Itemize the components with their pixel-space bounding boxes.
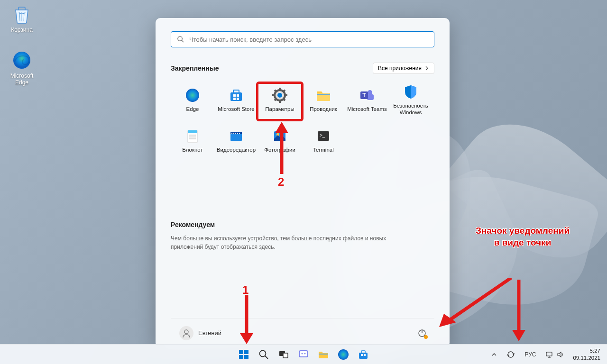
tray-chevron-button[interactable] <box>487 350 501 359</box>
app-windows-security[interactable]: Безопасность Windows <box>389 82 432 118</box>
svg-rect-29 <box>188 130 197 133</box>
svg-rect-56 <box>244 350 248 354</box>
app-notepad[interactable]: Блокнот <box>171 122 214 159</box>
app-edge[interactable]: Edge <box>171 82 214 118</box>
app-label: Проводник <box>310 106 337 113</box>
taskbar-store-button[interactable] <box>355 346 372 363</box>
taskbar-edge-button[interactable] <box>335 346 352 363</box>
svg-rect-37 <box>235 133 236 134</box>
app-label: Фотографии <box>264 147 295 154</box>
app-microsoft-store[interactable]: Microsoft Store <box>214 82 258 118</box>
svg-text:T: T <box>362 92 366 99</box>
folder-icon <box>318 349 329 360</box>
system-tray-button[interactable] <box>542 349 568 360</box>
recommend-text: Чем больше вы используете устройство, те… <box>171 234 417 251</box>
store-icon <box>358 349 369 360</box>
svg-line-16 <box>275 90 276 92</box>
pinned-section-title: Закрепленные <box>171 64 219 72</box>
svg-point-44 <box>184 330 188 334</box>
desktop-icon-edge[interactable]: Microsoft Edge <box>5 50 39 86</box>
svg-line-2 <box>182 40 184 42</box>
app-label: Microsoft Store <box>218 106 254 113</box>
app-label: Terminal <box>313 147 333 154</box>
app-settings[interactable]: Параметры <box>258 82 302 118</box>
svg-point-59 <box>260 350 266 356</box>
svg-point-3 <box>186 89 199 102</box>
svg-rect-72 <box>546 352 552 356</box>
app-video-editor[interactable]: Видеоредактор <box>214 122 258 159</box>
app-terminal[interactable]: >_ Terminal <box>302 122 345 159</box>
app-teams[interactable]: T Microsoft Teams <box>345 82 389 118</box>
svg-rect-63 <box>299 351 308 357</box>
app-label: Edge <box>186 106 199 113</box>
shield-icon <box>403 84 419 100</box>
svg-rect-68 <box>359 353 368 359</box>
svg-rect-23 <box>317 94 330 95</box>
folder-icon <box>315 87 331 103</box>
desktop-icon-label: Корзина <box>5 27 39 33</box>
app-label: Блокнот <box>182 147 202 154</box>
svg-rect-58 <box>244 355 248 359</box>
app-label: Параметры <box>265 106 294 113</box>
svg-rect-55 <box>239 350 243 354</box>
user-avatar-icon <box>179 326 193 340</box>
svg-rect-25 <box>367 94 374 100</box>
svg-rect-38 <box>237 133 238 134</box>
svg-point-64 <box>302 353 303 354</box>
search-input[interactable] <box>189 36 428 43</box>
svg-rect-35 <box>231 133 232 134</box>
svg-rect-71 <box>364 354 366 356</box>
photos-icon <box>272 128 288 144</box>
store-icon <box>228 87 244 103</box>
svg-marker-54 <box>512 330 525 341</box>
all-apps-button[interactable]: Все приложения <box>373 63 434 74</box>
taskbar-time: 5:27 <box>573 347 600 354</box>
user-name: Евгений <box>198 329 221 337</box>
app-label: Безопасность Windows <box>389 103 432 116</box>
svg-rect-70 <box>361 354 363 356</box>
search-icon <box>177 36 184 43</box>
start-menu: Закрепленные Все приложения Edge Microso… <box>156 18 450 347</box>
taskbar-center <box>235 346 372 363</box>
svg-rect-8 <box>233 98 236 100</box>
svg-point-0 <box>13 52 30 69</box>
all-apps-label: Все приложения <box>378 65 422 72</box>
chat-icon <box>298 349 309 360</box>
taskbar-date: 09.11.2021 <box>573 355 600 361</box>
language-indicator[interactable]: РУС <box>521 349 540 360</box>
start-menu-footer: Евгений <box>171 318 434 347</box>
svg-rect-57 <box>239 355 243 359</box>
language-label: РУС <box>524 351 536 358</box>
power-button[interactable] <box>414 325 431 342</box>
search-box[interactable] <box>171 31 434 47</box>
notification-dot-icon <box>424 335 428 339</box>
user-account-button[interactable]: Евгений <box>175 323 226 343</box>
recommend-section-title: Рекомендуем <box>171 221 434 228</box>
task-view-button[interactable] <box>275 346 292 363</box>
svg-rect-9 <box>237 98 239 100</box>
taskbar-search-button[interactable] <box>255 346 272 363</box>
edge-icon <box>11 50 32 71</box>
taskbar-right: РУС 5:27 09.11.2021 <box>487 345 607 364</box>
network-icon <box>545 351 553 358</box>
volume-icon <box>557 351 564 358</box>
windows-logo-icon <box>238 349 249 360</box>
chevron-up-icon <box>491 352 497 357</box>
svg-rect-69 <box>361 351 365 353</box>
app-explorer[interactable]: Проводник <box>302 82 345 118</box>
start-button[interactable] <box>235 346 252 363</box>
video-editor-icon <box>228 128 244 144</box>
notepad-icon <box>184 128 201 144</box>
taskbar-clock[interactable]: 5:27 09.11.2021 <box>570 347 603 361</box>
search-icon <box>258 349 269 360</box>
taskbar-widgets-button[interactable] <box>295 346 312 363</box>
task-view-icon <box>278 349 289 360</box>
taskbar-explorer-button[interactable] <box>315 346 332 363</box>
app-photos[interactable]: Фотографии <box>258 122 302 159</box>
desktop-icon-recycle-bin[interactable]: Корзина <box>5 4 39 33</box>
edge-icon <box>184 87 201 103</box>
terminal-icon: >_ <box>315 128 331 144</box>
svg-rect-5 <box>233 90 239 93</box>
tray-onedrive-button[interactable] <box>503 348 519 361</box>
svg-line-19 <box>283 90 285 92</box>
